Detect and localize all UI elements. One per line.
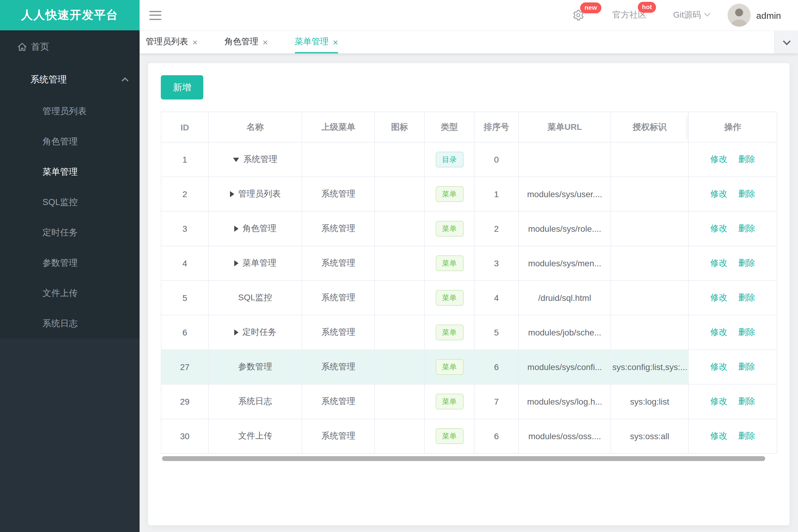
type-badge: 菜单 (435, 428, 463, 444)
edit-link[interactable]: 修改 (710, 396, 727, 406)
cell-menu-url: modules/sys/user.... (519, 177, 611, 211)
sidebar-item-5[interactable]: 参数管理 (0, 247, 140, 278)
sidebar-item-home[interactable]: 首页 (0, 30, 140, 63)
delete-link[interactable]: 删除 (738, 396, 755, 406)
delete-link[interactable]: 删除 (738, 189, 755, 198)
cell-id: 2 (161, 177, 208, 211)
edit-link[interactable]: 修改 (710, 154, 727, 164)
cell-icon (375, 177, 425, 211)
tab-0[interactable]: 管理员列表× (146, 30, 198, 53)
cell-permission (611, 281, 688, 315)
cell-name: 参数管理 (208, 350, 302, 384)
tree-arrow-icon[interactable] (234, 329, 238, 336)
git-source-menu[interactable]: Git源码 (673, 10, 710, 21)
tabs-dropdown-button[interactable] (774, 30, 798, 53)
edit-link[interactable]: 修改 (710, 189, 727, 198)
edit-link[interactable]: 修改 (710, 362, 727, 371)
hot-badge: hot (638, 2, 656, 13)
column-header-2: 上级菜单 (302, 112, 375, 142)
add-button[interactable]: 新增 (161, 75, 203, 99)
settings-button[interactable]: new (573, 9, 585, 21)
menu-name: 定时任务 (242, 327, 276, 338)
topbar: new 官方社区 hot Git源码 admin (140, 0, 798, 30)
table-row[interactable]: 3 角色管理 系统管理 菜单 2 modules/sys/role.... 修改… (161, 211, 777, 246)
delete-link[interactable]: 删除 (738, 362, 755, 371)
tab-2[interactable]: 菜单管理× (295, 30, 338, 53)
sidebar-item-6[interactable]: 文件上传 (0, 278, 140, 308)
edit-link[interactable]: 修改 (710, 258, 727, 267)
cell-order: 2 (474, 211, 519, 246)
table-row[interactable]: 30 文件上传 系统管理 菜单 6 modules/oss/oss.... sy… (161, 419, 777, 453)
cell-permission (611, 177, 688, 211)
table-row[interactable]: 5 SQL监控 系统管理 菜单 4 /druid/sql.html 修改 删除 (161, 281, 777, 315)
cell-order: 0 (474, 142, 519, 177)
table-row[interactable]: 27 参数管理 系统管理 菜单 6 modules/sys/confi... s… (161, 350, 777, 384)
menu-name: 参数管理 (238, 362, 272, 373)
community-link[interactable]: 官方社区 hot (613, 10, 647, 21)
cell-name: 系统日志 (208, 384, 302, 419)
tab-1[interactable]: 角色管理× (224, 30, 268, 53)
cell-menu-url (519, 142, 611, 177)
cell-id: 3 (161, 211, 208, 246)
cell-id: 27 (161, 350, 208, 384)
edit-link[interactable]: 修改 (710, 431, 727, 440)
cell-actions: 修改 删除 (688, 350, 777, 384)
delete-link[interactable]: 删除 (738, 327, 755, 337)
cell-parent-menu: 系统管理 (302, 350, 375, 384)
tree-arrow-icon[interactable] (234, 226, 238, 232)
avatar[interactable] (728, 4, 751, 27)
sidebar-item-3[interactable]: SQL监控 (0, 187, 140, 217)
delete-link[interactable]: 删除 (738, 223, 755, 233)
delete-link[interactable]: 删除 (738, 292, 755, 302)
tab-close-icon[interactable]: × (263, 37, 268, 46)
type-badge: 菜单 (435, 186, 463, 202)
edit-link[interactable]: 修改 (710, 223, 727, 233)
column-header-5: 排序号 (474, 112, 519, 142)
sidebar-item-7[interactable]: 系统日志 (0, 308, 140, 339)
table-row[interactable]: 29 系统日志 系统管理 菜单 7 modules/sys/log.h... s… (161, 384, 777, 419)
chevron-down-icon (782, 37, 790, 44)
menu-toggle-icon[interactable] (149, 11, 162, 20)
cell-parent-menu: 系统管理 (302, 211, 375, 246)
cell-id: 30 (161, 419, 208, 453)
sidebar-item-2[interactable]: 菜单管理 (0, 156, 140, 187)
cell-menu-url: modules/job/sche... (519, 315, 611, 350)
cell-parent-menu: 系统管理 (302, 315, 375, 350)
column-header-3: 图标 (375, 112, 425, 142)
menu-table: ID名称上级菜单图标类型排序号菜单URL授权标识操作 1 系统管理 目录 0 修… (161, 112, 777, 454)
menu-management-card: 新增 ID名称上级菜单图标类型排序号菜单URL授权标识操作 1 系统管理 目录 … (148, 63, 790, 525)
menu-name: 系统日志 (238, 396, 272, 407)
delete-link[interactable]: 删除 (738, 431, 755, 440)
sidebar-menu: 首页 系统管理 管理员列表角色管理菜单管理SQL监控定时任务参数管理文件上传系统… (0, 30, 140, 339)
column-header-8: 操作 (688, 112, 777, 142)
tree-arrow-icon[interactable] (230, 191, 234, 197)
git-source-label: Git源码 (673, 10, 701, 21)
tab-close-icon[interactable]: × (333, 37, 338, 46)
column-header-6: 菜单URL (519, 112, 611, 142)
table-row[interactable]: 4 菜单管理 系统管理 菜单 3 modules/sys/men... 修改 删… (161, 246, 777, 281)
tree-arrow-icon[interactable] (233, 158, 239, 162)
cell-permission: sys:config:list,sys:... (611, 350, 688, 384)
edit-link[interactable]: 修改 (710, 292, 727, 302)
table-row[interactable]: 2 管理员列表 系统管理 菜单 1 modules/sys/user.... 修… (161, 177, 777, 211)
sidebar-item-0[interactable]: 管理员列表 (0, 96, 140, 126)
menu-name: 系统管理 (243, 154, 277, 165)
cell-name: 系统管理 (208, 142, 302, 177)
tab-label: 管理员列表 (146, 36, 188, 47)
sidebar-group-system[interactable]: 系统管理 (0, 63, 140, 96)
tab-close-icon[interactable]: × (192, 37, 198, 46)
menu-name: 文件上传 (238, 431, 272, 442)
table-row[interactable]: 1 系统管理 目录 0 修改 删除 (161, 142, 777, 177)
table-row[interactable]: 6 定时任务 系统管理 菜单 5 modules/job/sche... 修改 … (161, 315, 777, 350)
delete-link[interactable]: 删除 (738, 258, 755, 267)
cell-id: 5 (161, 281, 208, 315)
edit-link[interactable]: 修改 (710, 327, 727, 337)
sidebar-item-4[interactable]: 定时任务 (0, 217, 140, 247)
tree-arrow-icon[interactable] (234, 260, 238, 266)
sidebar-item-1[interactable]: 角色管理 (0, 126, 140, 156)
delete-link[interactable]: 删除 (738, 154, 755, 164)
username[interactable]: admin (756, 10, 781, 20)
cell-menu-url: modules/sys/confi... (519, 350, 611, 384)
cell-icon (375, 350, 425, 384)
horizontal-scrollbar-thumb[interactable] (162, 456, 765, 461)
